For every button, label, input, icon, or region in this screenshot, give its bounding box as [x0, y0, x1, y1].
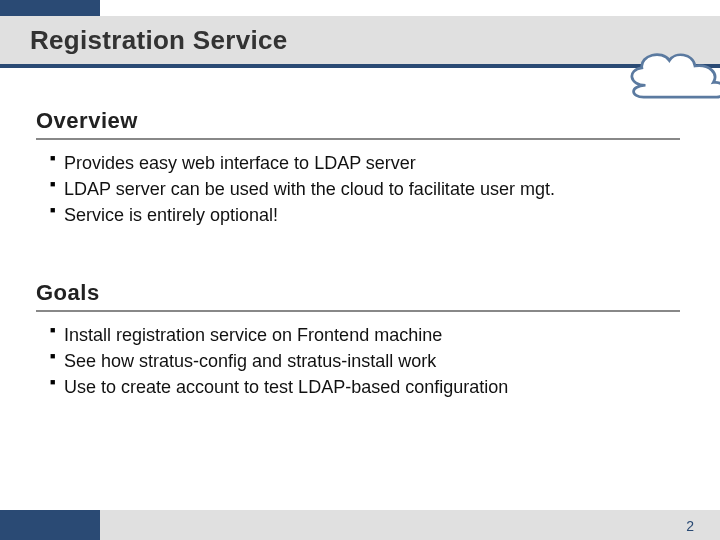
- section-overview: Overview Provides easy web interface to …: [36, 108, 680, 228]
- bullet-list-goals: Install registration service on Frontend…: [36, 322, 680, 400]
- list-item: LDAP server can be used with the cloud t…: [50, 176, 680, 202]
- section-goals: Goals Install registration service on Fr…: [36, 280, 680, 400]
- list-item: Provides easy web interface to LDAP serv…: [50, 150, 680, 176]
- list-item: Service is entirely optional!: [50, 202, 680, 228]
- section-heading-overview: Overview: [36, 108, 680, 140]
- list-item: Install registration service on Frontend…: [50, 322, 680, 348]
- top-accent-bar: [0, 0, 100, 16]
- footer-band: 2: [0, 510, 720, 540]
- section-heading-goals: Goals: [36, 280, 680, 312]
- page-number: 2: [686, 518, 694, 534]
- list-item: Use to create account to test LDAP-based…: [50, 374, 680, 400]
- footer-accent-bar: [0, 510, 100, 540]
- slide-title: Registration Service: [30, 25, 287, 56]
- cloud-icon: [618, 44, 720, 99]
- content-area: Overview Provides easy web interface to …: [36, 108, 680, 453]
- title-band: Registration Service: [0, 16, 720, 68]
- slide: Registration Service Overview Provides e…: [0, 0, 720, 540]
- bullet-list-overview: Provides easy web interface to LDAP serv…: [36, 150, 680, 228]
- list-item: See how stratus-config and stratus-insta…: [50, 348, 680, 374]
